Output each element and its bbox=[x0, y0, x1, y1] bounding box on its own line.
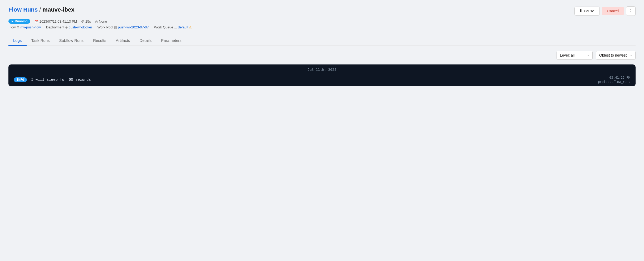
status-row: Running 2023/07/11 03:41:13 PM 25s None bbox=[8, 19, 636, 24]
log-controls: Level: all Level: debug Level: info Leve… bbox=[8, 51, 636, 60]
tabs-bar: Logs Task Runs Subflow Runs Results Arti… bbox=[8, 36, 636, 46]
tab-parameters[interactable]: Parameters bbox=[156, 36, 186, 46]
log-source: prefect.flow_runs bbox=[598, 80, 630, 84]
deployment-label: Deployment bbox=[46, 25, 64, 29]
log-entry: INFO I will sleep for 60 seconds. 03:41:… bbox=[8, 73, 636, 86]
work-queue-label: Work Queue bbox=[154, 25, 173, 29]
tab-task-runs[interactable]: Task Runs bbox=[27, 36, 55, 46]
log-message: I will sleep for 60 seconds. bbox=[31, 78, 594, 82]
svg-marker-0 bbox=[12, 20, 13, 22]
metadata-row: Flow my-push-flow Deployment push-wr-doc… bbox=[8, 25, 636, 29]
flow-label: Flow bbox=[8, 25, 16, 29]
log-level-badge: INFO bbox=[14, 77, 27, 82]
work-queue-link[interactable]: default bbox=[174, 25, 192, 29]
status-date: 2023/07/11 03:41:13 PM bbox=[35, 19, 77, 23]
calendar-icon bbox=[35, 19, 38, 23]
status-badge: Running bbox=[8, 19, 30, 24]
deployment-icon bbox=[65, 25, 68, 29]
status-none: None bbox=[95, 19, 107, 23]
queue-warning-icon bbox=[189, 25, 192, 29]
none-icon bbox=[95, 19, 98, 23]
breadcrumb-parent-link[interactable]: Flow Runs bbox=[8, 6, 38, 13]
tab-results[interactable]: Results bbox=[88, 36, 111, 46]
status-duration: 25s bbox=[81, 19, 91, 23]
ellipsis-icon: ⋮ bbox=[628, 8, 633, 14]
tab-artifacts[interactable]: Artifacts bbox=[111, 36, 135, 46]
status-badge-label: Running bbox=[15, 19, 28, 23]
play-icon bbox=[11, 20, 14, 23]
log-time: 03:41:13 PM bbox=[609, 76, 630, 79]
pause-button[interactable]: Pause bbox=[574, 7, 600, 16]
breadcrumb-separator: / bbox=[39, 6, 41, 13]
pause-label: Pause bbox=[584, 9, 594, 13]
pause-icon bbox=[580, 9, 582, 13]
log-viewer: Jul 11th, 2023 INFO I will sleep for 60 … bbox=[8, 64, 636, 86]
work-queue-icon bbox=[174, 25, 177, 29]
more-options-button[interactable]: ⋮ bbox=[626, 6, 636, 16]
page-header: Flow Runs / mauve-ibex Pause Cancel ⋮ bbox=[8, 6, 636, 16]
tab-logs[interactable]: Logs bbox=[8, 36, 27, 46]
flow-link[interactable]: my-push-flow bbox=[17, 25, 41, 29]
level-select[interactable]: Level: all Level: debug Level: info Leve… bbox=[557, 51, 593, 60]
cancel-button[interactable]: Cancel bbox=[602, 7, 624, 15]
tab-subflow-runs[interactable]: Subflow Runs bbox=[55, 36, 89, 46]
work-pool-label: Work Pool bbox=[97, 25, 113, 29]
order-select[interactable]: Oldest to newest Newest to oldest bbox=[596, 51, 636, 60]
tab-details[interactable]: Details bbox=[135, 36, 156, 46]
work-pool-icon bbox=[114, 25, 117, 29]
log-meta-right: 03:41:13 PM prefect.flow_runs bbox=[598, 76, 630, 84]
log-date-separator: Jul 11th, 2023 bbox=[8, 64, 636, 73]
breadcrumb: Flow Runs / mauve-ibex bbox=[8, 6, 74, 13]
work-pool-link[interactable]: push-wr-2023-07-07 bbox=[114, 25, 149, 29]
breadcrumb-current: mauve-ibex bbox=[42, 6, 74, 13]
deployment-link[interactable]: push-wr-docker bbox=[65, 25, 92, 29]
flow-icon bbox=[17, 25, 19, 29]
header-actions: Pause Cancel ⋮ bbox=[574, 6, 636, 16]
clock-icon bbox=[81, 19, 84, 23]
